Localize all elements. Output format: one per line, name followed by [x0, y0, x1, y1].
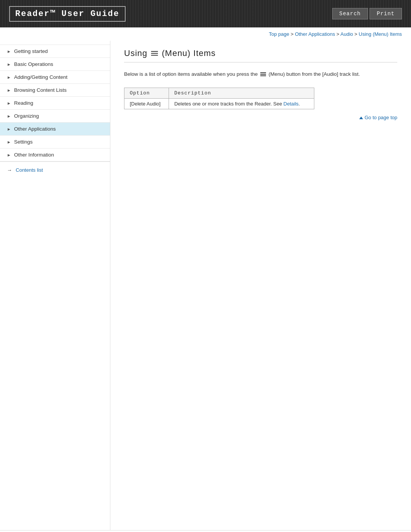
sidebar-item-label: Settings: [14, 139, 104, 145]
menu-inline-icon: [260, 72, 266, 76]
triangle-up-icon: [359, 117, 363, 119]
sidebar-item-label: Basic Operations: [14, 61, 104, 67]
sidebar-item-browsing-content-lists[interactable]: ►Browsing Content Lists: [0, 84, 110, 97]
print-button[interactable]: Print: [370, 8, 402, 19]
sidebar: ►Getting started►Basic Operations►Adding…: [0, 41, 110, 530]
description-after-icon: (Menu) button from the [Audio] track lis…: [269, 71, 360, 77]
sidebar-item-reading[interactable]: ►Reading: [0, 97, 110, 110]
sidebar-item-other-information[interactable]: ►Other Information: [0, 149, 110, 161]
menu-lines-icon: [151, 51, 158, 56]
sidebar-item-getting-started[interactable]: ►Getting started: [0, 45, 110, 58]
header-buttons: Search Print: [332, 8, 402, 19]
breadcrumb-sep3: >: [353, 31, 359, 37]
options-table: Option Description [Delete Audio] Delete…: [124, 88, 314, 109]
col-header-description: Description: [169, 88, 314, 98]
site-title: Reader™ User Guide: [9, 6, 126, 22]
description-before-link: Deletes one or more tracks from the Read…: [174, 101, 284, 107]
contents-list-link[interactable]: Contents list: [16, 167, 43, 173]
details-link[interactable]: Details: [284, 101, 299, 107]
sidebar-item-label: Organizing: [14, 113, 104, 119]
arrow-right-icon: →: [7, 167, 12, 173]
sidebar-item-label: Getting started: [14, 48, 104, 54]
sidebar-footer: → Contents list: [0, 161, 110, 178]
go-to-top-link[interactable]: Go to page top: [359, 115, 397, 120]
table-row: [Delete Audio] Deletes one or more track…: [124, 98, 314, 109]
sidebar-item-label: Reading: [14, 100, 104, 106]
description-before-icon: Below is a list of option items availabl…: [124, 71, 258, 77]
footer: Copyright 2011 Sony Corporation: [0, 530, 411, 532]
breadcrumb-sep1: >: [289, 31, 295, 37]
sidebar-arrow-icon: ►: [7, 153, 11, 157]
sidebar-arrow-icon: ►: [7, 88, 11, 93]
breadcrumb-other-apps-link[interactable]: Other Applications: [295, 31, 335, 37]
breadcrumb: Top page > Other Applications > Audio > …: [0, 27, 411, 41]
breadcrumb-top-link[interactable]: Top page: [269, 31, 290, 37]
sidebar-item-other-applications[interactable]: ►Other Applications: [0, 123, 110, 136]
breadcrumb-audio-link[interactable]: Audio: [341, 31, 353, 37]
search-button[interactable]: Search: [332, 8, 368, 19]
sidebar-arrow-icon: ►: [7, 62, 11, 67]
col-header-option: Option: [124, 88, 169, 98]
page-title-prefix: Using: [124, 48, 147, 58]
sidebar-arrow-icon: ►: [7, 114, 11, 118]
description-after-link: .: [299, 101, 300, 107]
sidebar-item-organizing[interactable]: ►Organizing: [0, 110, 110, 123]
sidebar-item-label: Other Information: [14, 152, 104, 158]
page-title-suffix: (Menu) Items: [162, 48, 216, 58]
sidebar-item-label: Browsing Content Lists: [14, 87, 104, 93]
page-top-section: Go to page top: [124, 115, 397, 120]
table-cell-option: [Delete Audio]: [124, 98, 169, 109]
sidebar-item-adding/getting-content[interactable]: ►Adding/Getting Content: [0, 71, 110, 84]
description-paragraph: Below is a list of option items availabl…: [124, 70, 397, 78]
sidebar-arrow-icon: ►: [7, 127, 11, 131]
sidebar-arrow-icon: ►: [7, 49, 11, 54]
breadcrumb-sep2: >: [335, 31, 340, 37]
header: Reader™ User Guide Search Print: [0, 0, 411, 27]
table-header-row: Option Description: [124, 88, 314, 98]
page-layout: ►Getting started►Basic Operations►Adding…: [0, 41, 411, 530]
go-to-top-label: Go to page top: [365, 115, 397, 120]
sidebar-item-basic-operations[interactable]: ►Basic Operations: [0, 58, 110, 71]
sidebar-arrow-icon: ►: [7, 101, 11, 105]
sidebar-item-settings[interactable]: ►Settings: [0, 136, 110, 149]
sidebar-item-label: Other Applications: [14, 126, 104, 132]
sidebar-arrow-icon: ►: [7, 140, 11, 144]
sidebar-arrow-icon: ►: [7, 75, 11, 80]
main-content: Using (Menu) Items Below is a list of op…: [110, 41, 411, 530]
page-heading: Using (Menu) Items: [124, 48, 397, 62]
sidebar-item-label: Adding/Getting Content: [14, 74, 104, 80]
table-cell-description: Deletes one or more tracks from the Read…: [169, 98, 314, 109]
breadcrumb-current-link[interactable]: Using (Menu) Items: [359, 31, 402, 37]
